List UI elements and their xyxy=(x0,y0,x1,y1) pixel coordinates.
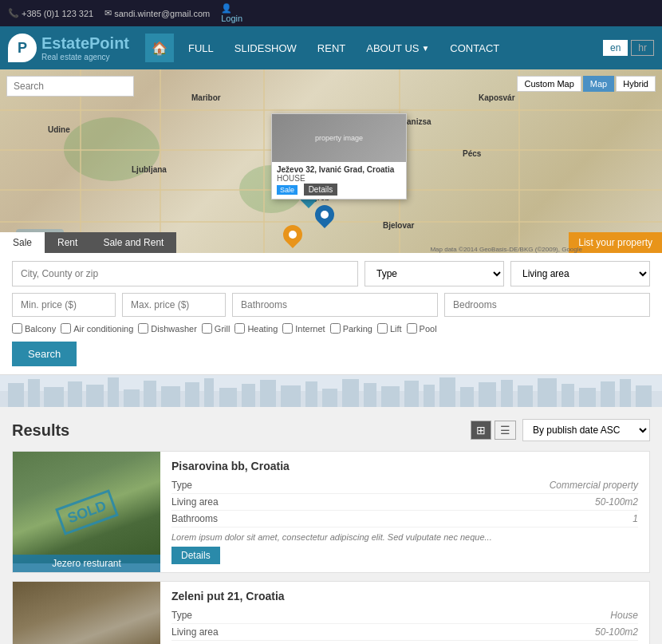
svg-rect-4 xyxy=(68,381,82,407)
map-tab-rent[interactable]: Rent xyxy=(45,232,90,253)
map-popup-details-link[interactable]: Details xyxy=(304,184,338,196)
parking-checkbox[interactable] xyxy=(330,323,341,334)
svg-rect-1 xyxy=(8,383,24,407)
amenity-grill[interactable]: Grill xyxy=(202,323,231,334)
amenity-heating[interactable]: Heating xyxy=(234,323,278,334)
amenity-lift[interactable]: Lift xyxy=(377,323,402,334)
map-controls: Custom Map Map Hybrid xyxy=(517,76,656,92)
lang-hr[interactable]: hr xyxy=(631,40,654,56)
property-info-2: Zeleni put 21, Croatia Type House Living… xyxy=(160,582,649,644)
brand-name: EstatePoint xyxy=(41,34,129,53)
property-detail-type-1: Type Commercial property xyxy=(171,477,638,494)
lang-en[interactable]: en xyxy=(603,40,628,56)
heating-checkbox[interactable] xyxy=(234,323,245,334)
property-address-2: Zeleni put 21, Croatia xyxy=(171,590,638,603)
property-image-wrap-1: Jezero resturant SOLD xyxy=(13,452,160,572)
svg-rect-15 xyxy=(281,385,301,407)
internet-checkbox[interactable] xyxy=(282,323,293,334)
language-switcher: en hr xyxy=(603,40,654,56)
svg-rect-28 xyxy=(538,378,557,407)
results-controls: ⊞ ☰ By publish date ASC By publish date … xyxy=(471,419,650,441)
amenity-parking[interactable]: Parking xyxy=(330,323,372,334)
property-detail-bath-2: Bathrooms 1 xyxy=(171,641,638,644)
living-area-select[interactable]: Living area 0-50m2 50-100m2 More then 10… xyxy=(510,261,650,286)
bedrooms-input[interactable] xyxy=(444,293,650,317)
svg-rect-31 xyxy=(601,381,615,407)
map-attribution: Map data ©2014 GeoBasis-DE/BKG (©2009), … xyxy=(430,246,582,253)
sort-select[interactable]: By publish date ASC By publish date DESC… xyxy=(522,419,650,441)
nav-full[interactable]: FULL xyxy=(179,38,223,59)
topbar-phone: 📞 +385 (0)1 123 321 xyxy=(8,8,93,18)
svg-rect-29 xyxy=(562,384,574,407)
logo-text: EstatePoint Real estate agency xyxy=(41,34,129,61)
svg-rect-32 xyxy=(620,379,631,407)
ac-checkbox[interactable] xyxy=(61,323,71,334)
svg-rect-14 xyxy=(260,380,276,407)
svg-rect-24 xyxy=(460,387,474,407)
nav-slideshow[interactable]: SLIDESHOW xyxy=(225,38,306,59)
search-row-1: Type House Apartment Commercial property… xyxy=(12,261,650,286)
svg-rect-7 xyxy=(124,389,140,407)
amenity-internet[interactable]: Internet xyxy=(282,323,325,334)
map-popup-address: Ježevo 32, Ivanić Grad, Croatia xyxy=(277,165,401,174)
property-info-1: Pisarovina bb, Croatia Type Commercial p… xyxy=(160,452,649,572)
map-ctrl-hybrid[interactable]: Hybrid xyxy=(616,76,656,92)
svg-rect-19 xyxy=(364,383,376,407)
map-ctrl-custom[interactable]: Custom Map xyxy=(517,76,581,92)
nav-about[interactable]: ABOUT US ▼ xyxy=(357,38,439,59)
details-button-1[interactable]: Details xyxy=(171,547,220,564)
svg-rect-3 xyxy=(44,387,64,407)
user-icon: 👤 xyxy=(221,3,242,14)
svg-rect-9 xyxy=(161,386,180,407)
map-tab-sale[interactable]: Sale xyxy=(0,232,45,253)
phone-icon: 📞 xyxy=(8,8,19,18)
map-search-input[interactable] xyxy=(6,76,134,97)
lift-checkbox[interactable] xyxy=(377,323,388,334)
nav-rent[interactable]: RENT xyxy=(308,38,355,59)
svg-rect-10 xyxy=(185,382,199,407)
nav-contact[interactable]: CONTACT xyxy=(440,38,509,59)
balcony-checkbox[interactable] xyxy=(12,323,22,334)
svg-rect-12 xyxy=(219,388,237,407)
map-ctrl-map[interactable]: Map xyxy=(583,76,614,92)
amenity-pool[interactable]: Pool xyxy=(407,323,437,334)
view-toggle: ⊞ ☰ xyxy=(471,421,516,440)
min-price-input[interactable] xyxy=(12,293,116,317)
svg-rect-16 xyxy=(305,381,317,407)
grid-view-button[interactable]: ⊞ xyxy=(471,421,491,440)
list-view-button[interactable]: ☰ xyxy=(495,421,516,440)
max-price-input[interactable] xyxy=(122,293,226,317)
dishwasher-checkbox[interactable] xyxy=(138,323,148,334)
map-popup-type: HOUSE xyxy=(277,174,401,183)
list-property-button[interactable]: List your property xyxy=(569,232,662,253)
svg-rect-17 xyxy=(322,389,337,407)
svg-rect-18 xyxy=(342,379,359,407)
bathrooms-input[interactable] xyxy=(232,293,438,317)
amenity-balcony[interactable]: Balcony xyxy=(12,323,56,334)
road-v3 xyxy=(263,69,265,253)
map-popup-badge: Sale xyxy=(277,185,298,195)
results-title: Results xyxy=(12,421,69,440)
type-select[interactable]: Type House Apartment Commercial property xyxy=(364,261,504,286)
property-detail-area-1: Living area 50-100m2 xyxy=(171,494,638,511)
svg-rect-23 xyxy=(439,377,455,407)
home-button[interactable]: 🏠 xyxy=(145,34,174,62)
city-input[interactable] xyxy=(12,261,358,286)
chevron-down-icon: ▼ xyxy=(421,44,429,53)
road-v1 xyxy=(80,69,81,253)
results-section: Results ⊞ ☰ By publish date ASC By publi… xyxy=(0,407,662,644)
map-tab-sale-rent[interactable]: Sale and Rent xyxy=(90,232,176,253)
road-v2 xyxy=(160,69,161,253)
skyline-svg xyxy=(0,375,662,407)
pool-checkbox[interactable] xyxy=(407,323,417,334)
city-label-kaposvar: Kaposvár xyxy=(479,93,515,102)
login-link[interactable]: 👤 Login xyxy=(221,3,242,23)
grill-checkbox[interactable] xyxy=(202,323,212,334)
map-background: Maribor Udine Ljubljana Zagreb Kaposvár … xyxy=(0,69,662,253)
amenity-dishwasher[interactable]: Dishwasher xyxy=(138,323,196,334)
logo: P EstatePoint Real estate agency xyxy=(8,34,129,62)
property-footer-1: Details xyxy=(171,547,638,564)
search-button[interactable]: Search xyxy=(12,342,77,366)
amenity-ac[interactable]: Air conditioning xyxy=(61,323,133,334)
city-label-udine: Udine xyxy=(48,125,70,134)
